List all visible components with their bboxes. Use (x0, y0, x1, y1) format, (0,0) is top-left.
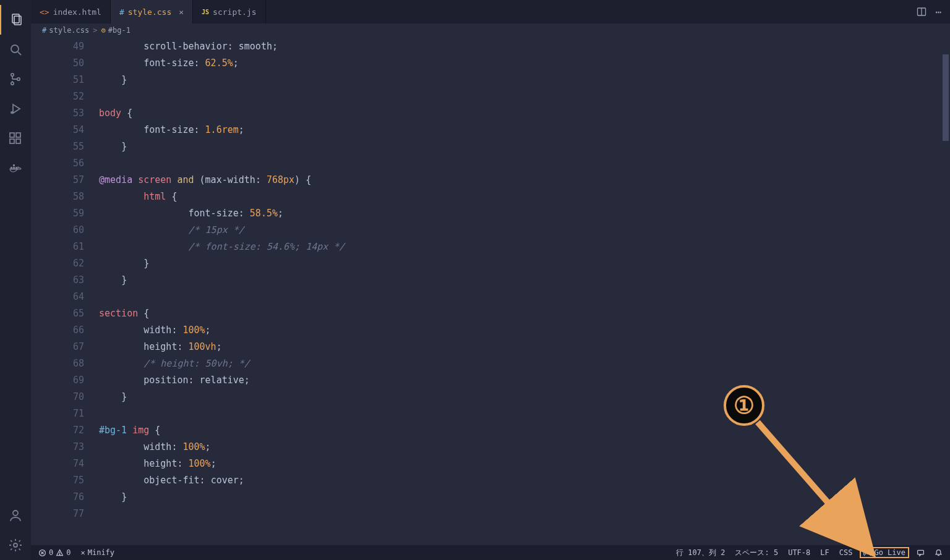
tab-label: index.html (53, 7, 101, 17)
feedback-icon[interactable] (914, 549, 927, 557)
eol-status[interactable]: LF (818, 548, 831, 557)
encoding-status[interactable]: UTF-8 (785, 548, 813, 557)
svg-point-25 (59, 554, 60, 554)
docker-icon[interactable] (0, 153, 31, 183)
split-editor-icon[interactable] (917, 7, 926, 17)
svg-point-6 (17, 78, 20, 80)
close-icon[interactable]: × (179, 7, 184, 17)
chevron-right-icon: > (93, 26, 97, 35)
explorer-icon[interactable] (0, 5, 31, 35)
svg-rect-1 (14, 16, 21, 25)
tab-style-css[interactable]: # style.css × (111, 0, 193, 23)
svg-rect-12 (16, 133, 20, 137)
breadcrumb[interactable]: # style.css > ⚙ #bg-1 (31, 23, 950, 37)
svg-point-26 (867, 551, 868, 553)
svg-point-17 (13, 511, 18, 515)
svg-point-8 (11, 111, 13, 114)
breadcrumb-file: style.css (49, 26, 89, 35)
svg-point-2 (11, 45, 19, 53)
extensions-icon[interactable] (0, 124, 31, 153)
vertical-scrollbar[interactable] (941, 37, 950, 545)
tab-bar: <> index.html # style.css × JS script.js… (31, 0, 950, 23)
warnings-count: 0 (66, 548, 71, 557)
settings-gear-icon[interactable] (0, 530, 31, 560)
svg-rect-9 (10, 133, 14, 137)
code-content[interactable]: scroll-behavior: smooth; font-size: 62.5… (99, 37, 950, 545)
svg-point-5 (11, 82, 14, 85)
activity-bar (0, 0, 31, 560)
cursor-position[interactable]: 行 107、列 2 (674, 548, 727, 558)
line-number-gutter: 4950515253545556575859606162636465666768… (31, 37, 99, 545)
svg-rect-0 (12, 14, 19, 23)
more-actions-icon[interactable]: ⋯ (935, 6, 941, 18)
errors-status[interactable]: 0 0 (36, 548, 73, 557)
minify-label: Minify (88, 548, 114, 557)
css-file-icon: # (42, 26, 46, 35)
minify-icon: ✕ (80, 548, 85, 557)
tab-index-html[interactable]: <> index.html (31, 0, 111, 23)
go-live-button[interactable]: Go Live (860, 547, 909, 558)
js-file-icon: JS (202, 9, 209, 15)
svg-rect-16 (13, 164, 15, 166)
svg-rect-11 (16, 139, 20, 143)
svg-marker-7 (13, 104, 20, 113)
notifications-icon[interactable] (932, 549, 945, 557)
svg-line-3 (18, 52, 21, 55)
scrollbar-thumb[interactable] (943, 54, 949, 141)
indentation-status[interactable]: スペース: 5 (732, 548, 781, 558)
status-bar: 0 0 ✕ Minify 行 107、列 2 スペース: 5 UTF-8 LF (31, 545, 950, 560)
errors-count: 0 (49, 548, 53, 557)
css-file-icon: # (119, 7, 124, 17)
account-icon[interactable] (0, 501, 31, 530)
run-debug-icon[interactable] (0, 94, 31, 124)
breadcrumb-symbol: #bg-1 (108, 26, 131, 35)
search-icon[interactable] (0, 35, 31, 64)
tab-script-js[interactable]: JS script.js (193, 0, 266, 23)
svg-point-4 (11, 74, 14, 76)
code-editor[interactable]: 4950515253545556575859606162636465666768… (31, 37, 950, 545)
svg-rect-27 (918, 550, 924, 554)
svg-point-18 (14, 543, 17, 547)
svg-rect-10 (10, 139, 14, 143)
language-mode[interactable]: CSS (837, 548, 855, 557)
html-file-icon: <> (40, 7, 49, 17)
tab-label: style.css (128, 7, 171, 17)
symbol-icon: ⚙ (101, 26, 106, 35)
tab-label: script.js (213, 7, 256, 17)
annotation-badge: ① (724, 385, 764, 426)
source-control-icon[interactable] (0, 64, 31, 94)
minify-status[interactable]: ✕ Minify (78, 548, 117, 557)
go-live-label: Go Live (874, 548, 905, 557)
